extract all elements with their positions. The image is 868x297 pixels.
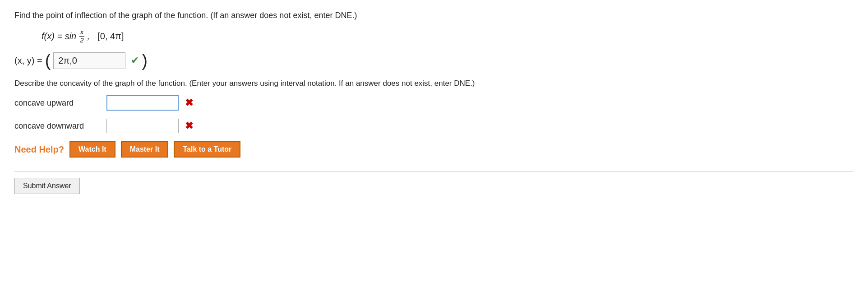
watch-it-button[interactable]: Watch It: [69, 141, 115, 158]
concave-downward-error-icon: ✖: [185, 120, 193, 132]
submit-answer-button[interactable]: Submit Answer: [14, 178, 80, 194]
answer-label: (x, y) =: [14, 56, 42, 66]
fraction-denominator: 2: [79, 37, 84, 44]
interval: [0, 4π]: [97, 31, 124, 42]
function-line: f(x) = sin x 2 , [0, 4π]: [42, 28, 854, 44]
divider: [14, 171, 854, 172]
concave-downward-row: concave downward ✖: [14, 119, 854, 133]
comma: ,: [88, 31, 95, 42]
close-paren: ): [142, 52, 148, 69]
master-it-button[interactable]: Master It: [121, 141, 169, 158]
fraction-numerator: x: [79, 28, 85, 37]
fraction: x 2: [79, 28, 84, 44]
open-paren: (: [45, 52, 51, 69]
concavity-description: Describe the concavity of the graph of t…: [14, 79, 854, 88]
problem-statement: Find the point of inflection of the grap…: [14, 11, 854, 20]
concave-upward-label: concave upward: [14, 98, 100, 108]
concave-upward-error-icon: ✖: [185, 97, 193, 109]
talk-to-tutor-button[interactable]: Talk to a Tutor: [174, 141, 240, 158]
concave-upward-row: concave upward ✖: [14, 95, 854, 111]
function-label: f(x) = sin: [42, 31, 76, 42]
concave-downward-label: concave downward: [14, 121, 100, 131]
concave-downward-input[interactable]: [106, 119, 179, 133]
answer-row: (x, y) = ( 2π,0 ✔ ): [14, 52, 854, 69]
need-help-section: Need Help? Watch It Master It Talk to a …: [14, 141, 854, 158]
need-help-label: Need Help?: [14, 144, 64, 155]
checkmark-icon: ✔: [131, 55, 139, 66]
answer-value: 2π,0: [53, 52, 125, 69]
concave-upward-input[interactable]: [106, 95, 179, 111]
